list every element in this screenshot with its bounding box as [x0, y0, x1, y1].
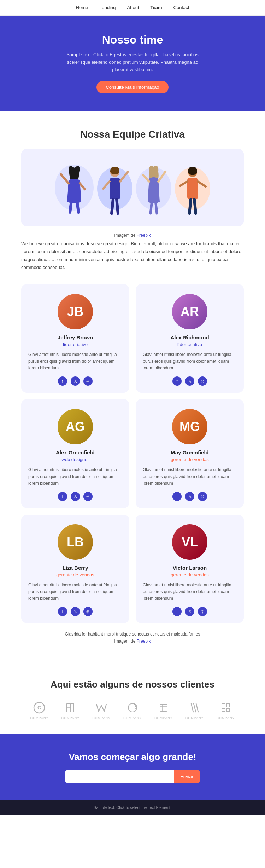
client-logo-3-icon: [95, 701, 108, 714]
svg-rect-41: [226, 708, 230, 712]
member-role-liza-berry: gerente de vendas: [28, 572, 122, 577]
nav-about[interactable]: About: [127, 5, 139, 10]
team-heading: Nossa Equipe Criativa: [21, 129, 244, 140]
figure-2: [95, 161, 134, 216]
nav-contact[interactable]: Contact: [173, 5, 189, 10]
client-logo-4: COMPANY: [123, 701, 142, 720]
instagram-icon-victor-larson[interactable]: ◎: [198, 607, 207, 616]
bottom-freepik-caption: Imagem de Freepik: [21, 639, 244, 644]
clients-logos-grid: C COMPANY COMPANY COMPANY: [21, 701, 244, 720]
svg-line-4: [70, 201, 71, 212]
client-logo-1: C COMPANY: [30, 701, 49, 720]
twitter-icon-alex-greenfield[interactable]: 𝕏: [71, 492, 80, 501]
team-cards-grid: JB Jeffrey Brown líder criativo Glavi am…: [21, 284, 244, 623]
twitter-icon-liza-berry[interactable]: 𝕏: [71, 607, 80, 616]
clients-heading: Aqui estão alguns de nossos clientes: [21, 679, 244, 690]
member-desc-liza-berry: Glavi amet ritnisl libero molestie ante …: [28, 582, 122, 602]
team-card-alex-greenfield: AG Alex Greenfield web designer Glavi am…: [21, 399, 129, 508]
member-role-may-greenfield: gerente de vendas: [143, 457, 237, 462]
avatar-alex-richmond: AR: [172, 294, 207, 329]
member-desc-victor-larson: Glavi amet ritnisl libero molestie ante …: [143, 582, 237, 602]
instagram-icon-liza-berry[interactable]: ◎: [83, 607, 93, 616]
facebook-icon-victor-larson[interactable]: f: [172, 607, 182, 616]
client-logo-2: COMPANY: [61, 701, 80, 720]
client-logo-7-icon: [219, 701, 232, 714]
figure-1: [53, 159, 95, 216]
nav-team[interactable]: Team: [151, 5, 162, 10]
client-logo-7: COMPANY: [217, 701, 235, 720]
social-icons-may-greenfield: f 𝕏 ◎: [143, 492, 237, 501]
svg-rect-40: [222, 708, 225, 712]
instagram-icon-may-greenfield[interactable]: ◎: [198, 492, 207, 501]
twitter-icon-victor-larson[interactable]: 𝕏: [185, 607, 194, 616]
svg-line-18: [155, 201, 157, 213]
twitter-icon-may-greenfield[interactable]: 𝕏: [185, 492, 194, 501]
instagram-icon-jeffrey[interactable]: ◎: [83, 376, 93, 386]
client-logo-2-icon: [64, 701, 77, 714]
hero-section: Nosso time Sample text. Click to Egestas…: [0, 16, 265, 111]
cta-section: Vamos começar algo grande! Enviar: [0, 734, 265, 800]
member-desc-jeffrey: Glavi amet ritnisl libero molestie ante …: [28, 351, 122, 372]
avatar-victor-larson: VL: [172, 524, 207, 560]
member-role-alex-richmond: líder criativo: [143, 342, 237, 347]
team-card-may-greenfield: MG May Greenfield gerente de vendas Glav…: [136, 399, 244, 508]
member-name-jeffrey: Jeffrey Brown: [28, 334, 122, 340]
svg-line-25: [194, 199, 196, 213]
social-icons-jeffrey: f 𝕏 ◎: [28, 376, 122, 386]
facebook-icon-alex-greenfield[interactable]: f: [58, 492, 67, 501]
social-icons-alex-richmond: f 𝕏 ◎: [143, 376, 237, 386]
cta-submit-button[interactable]: Enviar: [174, 770, 200, 783]
instagram-icon-alex-richmond[interactable]: ◎: [198, 376, 207, 386]
footer-bar: Sample text. Click to select the Text El…: [0, 800, 265, 815]
facebook-icon-liza-berry[interactable]: f: [58, 607, 67, 616]
client-logo-4-icon: [126, 701, 139, 714]
member-role-victor-larson: gerente de vendas: [143, 572, 237, 577]
client-logo-1-icon: C: [33, 701, 46, 714]
svg-rect-21: [187, 178, 198, 199]
svg-line-17: [151, 201, 152, 213]
twitter-icon-jeffrey[interactable]: 𝕏: [71, 376, 80, 386]
social-icons-liza-berry: f 𝕏 ◎: [28, 607, 122, 616]
svg-rect-39: [226, 704, 230, 707]
member-desc-may-greenfield: Glavi amet ritnisl libero molestie ante …: [143, 466, 237, 487]
facebook-icon-alex-richmond[interactable]: f: [172, 376, 182, 386]
figure-3: [134, 161, 173, 216]
twitter-icon-alex-richmond[interactable]: 𝕏: [185, 376, 194, 386]
nav-landing[interactable]: Landing: [99, 5, 116, 10]
hero-description: Sample text. Click to Egestas egestas fr…: [58, 51, 207, 73]
footer-text: Sample text. Click to select the Text El…: [5, 805, 260, 810]
avatar-liza-berry: LB: [58, 524, 93, 560]
avatar-jeffrey: JB: [58, 294, 93, 329]
team-card-alex-richmond: AR Alex Richmond líder criativo Glavi am…: [136, 284, 244, 393]
svg-line-5: [77, 201, 78, 212]
member-name-liza-berry: Liza Berry: [28, 565, 122, 571]
svg-rect-29: [70, 703, 74, 712]
svg-line-11: [112, 199, 113, 213]
member-name-alex-greenfield: Alex Greenfield: [28, 449, 122, 455]
facebook-icon-jeffrey[interactable]: f: [58, 376, 67, 386]
member-name-alex-richmond: Alex Richmond: [143, 334, 237, 340]
instagram-icon-alex-greenfield[interactable]: ◎: [83, 492, 93, 501]
hero-title: Nosso time: [28, 33, 237, 46]
client-logo-6-icon: [188, 701, 201, 714]
avatar-alex-greenfield: AG: [58, 409, 93, 444]
client-logo-5: COMPANY: [154, 701, 173, 720]
nav-home[interactable]: Home: [76, 5, 88, 10]
team-section: Nossa Equipe Criativa: [0, 111, 265, 661]
team-illustration: [21, 149, 244, 226]
client-logo-6: COMPANY: [186, 701, 204, 720]
member-role-alex-greenfield: web designer: [28, 457, 122, 462]
client-logo-5-icon: [157, 701, 170, 714]
navigation: Home Landing About Team Contact: [0, 0, 265, 16]
member-desc-alex-richmond: Glavi amet ritnisl libero molestie ante …: [143, 351, 237, 372]
team-description: We believe great organisations deserve g…: [21, 240, 244, 271]
member-name-may-greenfield: May Greenfield: [143, 449, 237, 455]
freepik-link-1[interactable]: Freepik: [137, 233, 151, 238]
cta-email-input[interactable]: [65, 770, 174, 783]
team-card-jeffrey: JB Jeffrey Brown líder criativo Glavi am…: [21, 284, 129, 393]
hero-cta-button[interactable]: Consulte Mais Informação: [96, 81, 168, 93]
freepik-link-2[interactable]: Freepik: [137, 639, 151, 644]
svg-rect-8: [110, 178, 120, 199]
facebook-icon-may-greenfield[interactable]: f: [172, 492, 182, 501]
social-icons-victor-larson: f 𝕏 ◎: [143, 607, 237, 616]
